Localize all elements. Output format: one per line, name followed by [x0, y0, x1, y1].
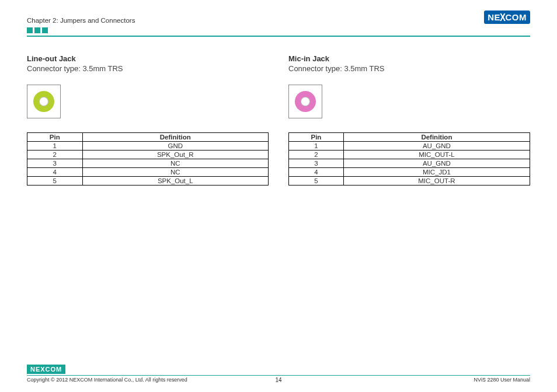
table-row: 2SPK_Out_R	[27, 150, 269, 159]
table-row: 1GND	[27, 142, 269, 150]
doc-title: NViS 2280 User Manual	[474, 377, 530, 383]
page-number: 14	[275, 377, 281, 383]
footer-rule	[27, 375, 530, 376]
table-row: 5SPK_Out_L	[27, 177, 269, 186]
col-pin: Pin	[27, 133, 83, 142]
col-pin: Pin	[289, 133, 344, 142]
table-row: 5MIC_OUT-R	[289, 177, 530, 186]
decorative-squares	[27, 27, 530, 33]
table-row: 3NC	[27, 159, 269, 168]
table-row: 4NC	[27, 168, 269, 177]
col-def: Definition	[343, 133, 530, 142]
footer-logo: NEXCOM	[27, 365, 65, 374]
copyright-text: Copyright © 2012 NEXCOM International Co…	[27, 377, 187, 383]
lineout-pin-table: Pin Definition 1GND 2SPK_Out_R 3NC 4NC 5…	[27, 132, 269, 186]
micin-subtitle: Connector type: 3.5mm TRS	[288, 64, 530, 73]
header-rule	[27, 36, 530, 37]
chapter-title: Chapter 2: Jumpers and Connectors	[27, 17, 135, 24]
micin-title: Mic-in Jack	[288, 54, 530, 63]
lineout-title: Line-out Jack	[27, 54, 269, 63]
micin-pin-table: Pin Definition 1AU_GND 2MIC_OUT-L 3AU_GN…	[288, 132, 530, 186]
table-row: 1AU_GND	[289, 142, 530, 150]
col-def: Definition	[82, 133, 269, 142]
table-row: 4MIC_JD1	[289, 168, 530, 177]
table-row: 3AU_GND	[289, 159, 530, 168]
table-row: 2MIC_OUT-L	[289, 150, 530, 159]
brand-logo: NEXCOM	[484, 10, 530, 24]
lineout-subtitle: Connector type: 3.5mm TRS	[27, 64, 269, 73]
micin-jack-icon	[288, 85, 322, 118]
lineout-jack-icon	[27, 85, 61, 118]
